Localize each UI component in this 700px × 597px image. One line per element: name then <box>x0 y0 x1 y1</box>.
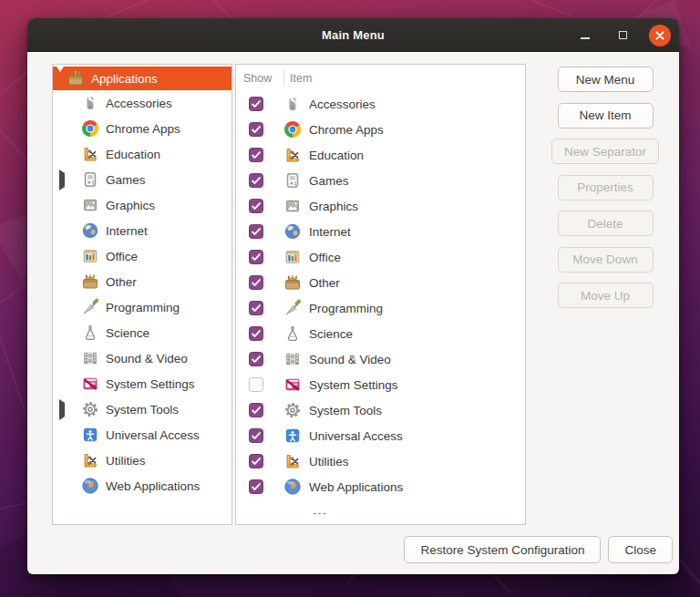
tree-item-games[interactable]: Games <box>53 167 232 192</box>
restore-system-configuration-button[interactable]: Restore System Configuration <box>404 536 601 563</box>
maximize-button[interactable] <box>612 25 633 46</box>
tree-item-label: Office <box>106 250 138 263</box>
column-header-item[interactable]: Item <box>290 72 312 85</box>
show-checkbox[interactable] <box>249 199 263 213</box>
close-button[interactable] <box>649 25 671 46</box>
column-header-show[interactable]: Show <box>243 72 277 85</box>
move-up-button[interactable]: Move Up <box>558 283 654 308</box>
tree-item-other[interactable]: Other <box>53 269 232 294</box>
show-checkbox[interactable] <box>249 403 263 417</box>
show-checkbox[interactable] <box>249 326 263 341</box>
list-row-science[interactable]: Science <box>236 321 525 346</box>
separator-item[interactable]: --- <box>236 499 525 525</box>
list-row-universal-access[interactable]: Universal Access <box>236 423 525 448</box>
checkmark-icon <box>250 404 262 417</box>
move-down-button[interactable]: Move Down <box>558 247 654 273</box>
show-checkbox[interactable] <box>249 454 263 468</box>
programming-icon <box>283 299 302 317</box>
system-tools-icon <box>283 401 302 419</box>
show-checkbox[interactable] <box>249 148 263 162</box>
tree-item-web-applications[interactable]: Web Applications <box>53 473 232 499</box>
tree-item-science[interactable]: Science <box>53 320 232 345</box>
new-menu-button[interactable]: New Menu <box>558 67 654 92</box>
sound-video-icon <box>283 350 302 368</box>
list-row-office[interactable]: Office <box>236 244 525 270</box>
checkmark-icon <box>250 251 262 263</box>
show-checkbox[interactable] <box>249 352 263 366</box>
expander-right-icon[interactable] <box>59 403 69 417</box>
education-icon <box>81 145 99 163</box>
list-row-education[interactable]: Education <box>236 142 525 168</box>
bottom-button-row: Restore System Configuration Close <box>404 536 673 563</box>
close-window-button[interactable]: Close <box>608 536 673 563</box>
tree-item-universal-access[interactable]: Universal Access <box>53 422 232 448</box>
tree-item-chrome-apps[interactable]: Chrome Apps <box>53 116 232 141</box>
show-checkbox[interactable] <box>249 224 263 239</box>
tree-item-education[interactable]: Education <box>53 141 232 167</box>
accessories-icon <box>283 95 302 113</box>
list-row-programming[interactable]: Programming <box>236 295 525 321</box>
checkmark-icon <box>250 276 262 289</box>
tree-item-internet[interactable]: Internet <box>53 218 232 243</box>
system-tools-icon <box>81 400 99 418</box>
new-item-button[interactable]: New Item <box>558 103 654 129</box>
list-item-label: Programming <box>309 302 383 315</box>
main-menu-window: Main Menu ApplicationsAccessoriesChrome … <box>27 18 679 574</box>
checkmark-icon <box>250 455 262 468</box>
properties-button[interactable]: Properties <box>558 175 654 201</box>
show-checkbox[interactable] <box>249 479 263 494</box>
checkmark-icon <box>250 200 262 212</box>
tree-item-label: Games <box>106 173 146 187</box>
list-row-web-applications[interactable]: Web Applications <box>236 474 525 499</box>
tree-item-office[interactable]: Office <box>53 243 232 269</box>
column-divider[interactable] <box>283 69 284 87</box>
system-settings-icon <box>81 375 99 393</box>
sound-video-icon <box>81 349 99 367</box>
tree-item-label: Applications <box>91 72 158 86</box>
internet-icon <box>283 222 302 241</box>
minimize-icon <box>581 37 590 39</box>
show-checkbox[interactable] <box>249 250 263 264</box>
checkmark-icon <box>250 123 262 136</box>
other-icon <box>81 273 99 291</box>
expander-right-icon[interactable] <box>59 173 69 187</box>
show-checkbox[interactable] <box>249 173 263 188</box>
tree-item-utilities[interactable]: Utilities <box>53 448 232 473</box>
show-checkbox[interactable] <box>249 428 263 443</box>
checkmark-icon <box>250 327 262 340</box>
list-item-label: Sound & Video <box>309 353 391 366</box>
list-row-sound-video[interactable]: Sound & Video <box>236 346 525 372</box>
delete-button[interactable]: Delete <box>558 211 654 236</box>
tree-item-system-tools[interactable]: System Tools <box>53 396 232 422</box>
list-row-system-tools[interactable]: System Tools <box>236 397 525 423</box>
tree-item-system-settings[interactable]: System Settings <box>53 371 232 396</box>
show-checkbox[interactable] <box>249 275 263 290</box>
tree-item-accessories[interactable]: Accessories <box>53 90 232 116</box>
tree-item-graphics[interactable]: Graphics <box>53 192 232 218</box>
list-row-chrome-apps[interactable]: Chrome Apps <box>236 117 525 142</box>
minimize-button[interactable] <box>574 25 596 46</box>
applications-icon <box>67 69 85 87</box>
list-row-internet[interactable]: Internet <box>236 219 525 244</box>
show-checkbox[interactable] <box>249 377 263 392</box>
tree-item-sound-video[interactable]: Sound & Video <box>53 345 232 371</box>
list-row-games[interactable]: Games <box>236 168 525 193</box>
show-checkbox[interactable] <box>249 97 263 111</box>
list-row-graphics[interactable]: Graphics <box>236 193 525 219</box>
tree-item-label: System Settings <box>106 377 195 391</box>
list-row-accessories[interactable]: Accessories <box>236 91 525 117</box>
titlebar[interactable]: Main Menu <box>27 18 679 52</box>
tree-item-applications[interactable]: Applications <box>53 67 232 90</box>
list-item-label: System Settings <box>309 378 398 392</box>
show-checkbox[interactable] <box>249 301 263 315</box>
list-row-system-settings[interactable]: System Settings <box>236 372 525 397</box>
programming-icon <box>81 298 99 316</box>
new-separator-button[interactable]: New Separator <box>551 139 659 164</box>
list-row-utilities[interactable]: Utilities <box>236 448 525 474</box>
accessories-icon <box>81 94 99 112</box>
games-icon <box>81 170 99 189</box>
list-row-other[interactable]: Other <box>236 270 525 295</box>
expander-down-icon[interactable] <box>57 72 67 86</box>
tree-item-programming[interactable]: Programming <box>53 294 232 320</box>
show-checkbox[interactable] <box>249 122 263 137</box>
